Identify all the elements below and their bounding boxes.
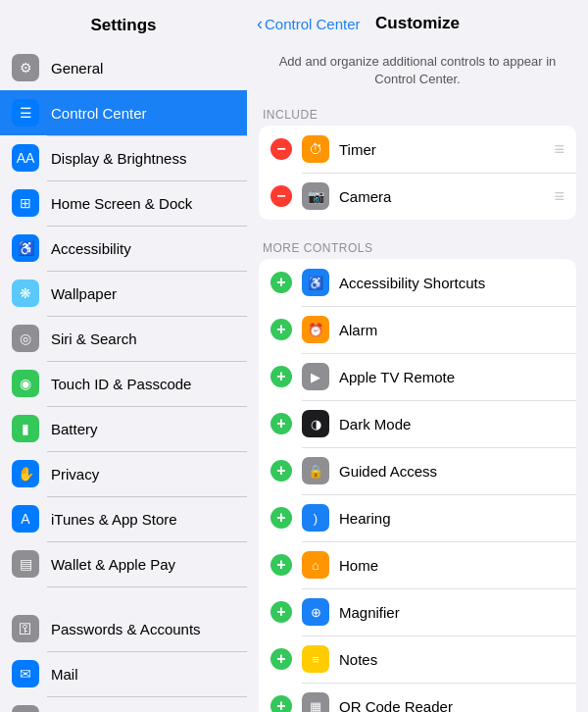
sidebar-item-control-center[interactable]: ☰Control Center <box>0 90 247 135</box>
description-text: Add and organize additional controls to … <box>247 43 588 102</box>
sidebar-item-homescreen[interactable]: ⊞Home Screen & Dock <box>0 180 247 226</box>
sidebar-icon-touchid: ◉ <box>12 370 39 397</box>
sidebar-label-mail: Mail <box>51 666 78 683</box>
drag-handle-timer[interactable]: ≡ <box>554 139 564 160</box>
sidebar-icon-accessibility: ♿ <box>12 234 39 262</box>
sidebar-item-passwords[interactable]: ⚿Passwords & Accounts <box>0 606 247 651</box>
ctrl-label-timer: Timer <box>339 141 554 158</box>
sidebar-item-accessibility[interactable]: ♿Accessibility <box>0 226 247 271</box>
sidebar-item-touchid[interactable]: ◉Touch ID & Passcode <box>0 361 247 406</box>
ctrl-icon-camera: 📷 <box>302 182 329 210</box>
sidebar-icon-wallet: ▤ <box>12 550 39 578</box>
ctrl-icon-guided-access: 🔒 <box>302 457 329 484</box>
add-button-qr-code[interactable]: + <box>270 695 292 712</box>
add-button-hearing[interactable]: + <box>270 507 292 529</box>
sidebar-item-itunes[interactable]: AiTunes & App Store <box>0 496 247 541</box>
sidebar-icon-wallpaper: ❋ <box>12 280 39 307</box>
sidebar-label-passwords: Passwords & Accounts <box>51 621 201 637</box>
ctrl-icon-apple-tv: ▶ <box>302 363 329 390</box>
include-item-camera: −📷Camera≡ <box>259 173 576 220</box>
more-item-home: +⌂Home <box>259 541 576 588</box>
sidebar-icon-mail: ✉ <box>12 660 39 687</box>
drag-handle-camera[interactable]: ≡ <box>554 186 564 207</box>
sidebar-label-display: Display & Brightness <box>51 150 186 167</box>
more-section-label: MORE CONTROLS <box>247 235 588 259</box>
ctrl-icon-qr-code: ▦ <box>302 692 329 712</box>
ctrl-icon-dark-mode: ◑ <box>302 410 329 437</box>
add-button-alarm[interactable]: + <box>270 319 292 340</box>
sidebar-title: Settings <box>0 0 247 45</box>
sidebar-label-control-center: Control Center <box>51 105 147 122</box>
sidebar-icon-battery: ▮ <box>12 415 39 442</box>
sidebar: Settings ⚙General☰Control CenterAADispla… <box>0 0 247 712</box>
back-label: Control Center <box>265 16 361 32</box>
ctrl-label-qr-code: QR Code Reader <box>339 698 564 712</box>
more-item-dark-mode: +◑Dark Mode <box>259 400 576 447</box>
sidebar-item-display[interactable]: AADisplay & Brightness <box>0 135 247 180</box>
ctrl-icon-alarm: ⏰ <box>302 316 329 343</box>
ctrl-icon-hearing: ) <box>302 504 329 532</box>
ctrl-label-camera: Camera <box>339 188 554 205</box>
page-title: Customize <box>375 14 460 33</box>
add-button-apple-tv[interactable]: + <box>270 366 292 387</box>
sidebar-item-privacy[interactable]: ✋Privacy <box>0 451 247 496</box>
sidebar-label-siri: Siri & Search <box>51 331 137 347</box>
sidebar-icon-siri: ◎ <box>12 325 39 352</box>
sidebar-icon-contacts: ◯ <box>12 705 39 712</box>
sidebar-label-homescreen: Home Screen & Dock <box>51 195 192 212</box>
more-item-magnifier: +⊕Magnifier <box>259 588 576 636</box>
more-item-accessibility-shortcuts: +♿Accessibility Shortcuts <box>259 259 576 306</box>
sidebar-label-touchid: Touch ID & Passcode <box>51 376 191 392</box>
sidebar-icon-privacy: ✋ <box>12 460 39 487</box>
sidebar-label-wallet: Wallet & Apple Pay <box>51 556 175 573</box>
sidebar-label-privacy: Privacy <box>51 466 99 483</box>
add-button-notes[interactable]: + <box>270 648 292 670</box>
sidebar-label-itunes: iTunes & App Store <box>51 511 177 528</box>
more-item-alarm: +⏰Alarm <box>259 306 576 353</box>
ctrl-label-magnifier: Magnifier <box>339 604 564 621</box>
more-item-notes: +≡Notes <box>259 636 576 683</box>
main-panel: ‹ Control Center Customize Add and organ… <box>247 0 588 712</box>
more-item-apple-tv: +▶Apple TV Remote <box>259 353 576 400</box>
more-item-qr-code: +▦QR Code Reader <box>259 683 576 712</box>
back-chevron-icon: ‹ <box>257 14 263 34</box>
sidebar-icon-display: AA <box>12 144 39 172</box>
sidebar-item-battery[interactable]: ▮Battery <box>0 406 247 451</box>
more-controls-list: +♿Accessibility Shortcuts+⏰Alarm+▶Apple … <box>259 259 576 712</box>
sidebar-item-general[interactable]: ⚙General <box>0 45 247 90</box>
sidebar-divider <box>0 586 247 606</box>
sidebar-icon-itunes: A <box>12 505 39 533</box>
sidebar-item-contacts[interactable]: ◯Contacts <box>0 696 247 712</box>
ctrl-icon-accessibility-shortcuts: ♿ <box>302 269 329 296</box>
ctrl-icon-notes: ≡ <box>302 645 329 673</box>
ctrl-label-dark-mode: Dark Mode <box>339 416 564 432</box>
sidebar-icon-general: ⚙ <box>12 54 39 81</box>
add-button-accessibility-shortcuts[interactable]: + <box>270 272 292 293</box>
main-header: ‹ Control Center Customize <box>247 0 588 43</box>
more-item-hearing: +)Hearing <box>259 494 576 541</box>
include-list: −⏱Timer≡−📷Camera≡ <box>259 126 576 220</box>
ctrl-label-alarm: Alarm <box>339 322 564 338</box>
sidebar-label-wallpaper: Wallpaper <box>51 285 117 302</box>
add-button-guided-access[interactable]: + <box>270 460 292 482</box>
sidebar-icon-passwords: ⚿ <box>12 615 39 642</box>
remove-button-timer[interactable]: − <box>270 138 292 160</box>
sidebar-label-battery: Battery <box>51 421 98 437</box>
ctrl-label-notes: Notes <box>339 651 564 668</box>
add-button-home[interactable]: + <box>270 554 292 576</box>
add-button-dark-mode[interactable]: + <box>270 413 292 434</box>
ctrl-icon-magnifier: ⊕ <box>302 598 329 626</box>
ctrl-label-home: Home <box>339 557 564 574</box>
back-button[interactable]: ‹ Control Center <box>257 14 361 34</box>
sidebar-item-mail[interactable]: ✉Mail <box>0 651 247 696</box>
sidebar-item-wallet[interactable]: ▤Wallet & Apple Pay <box>0 541 247 586</box>
ctrl-icon-home: ⌂ <box>302 551 329 579</box>
sidebar-item-wallpaper[interactable]: ❋Wallpaper <box>0 271 247 316</box>
sidebar-item-siri[interactable]: ◎Siri & Search <box>0 316 247 361</box>
ctrl-label-hearing: Hearing <box>339 510 564 527</box>
include-section-label: INCLUDE <box>247 102 588 126</box>
ctrl-icon-timer: ⏱ <box>302 135 329 163</box>
ctrl-label-apple-tv: Apple TV Remote <box>339 369 564 385</box>
remove-button-camera[interactable]: − <box>270 185 292 207</box>
add-button-magnifier[interactable]: + <box>270 601 292 623</box>
